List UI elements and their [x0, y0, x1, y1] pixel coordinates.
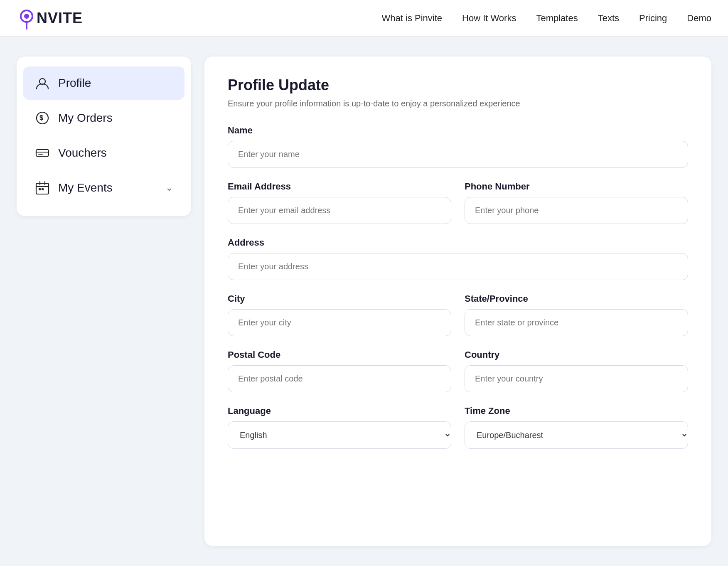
nav-how-it-works[interactable]: How It Works	[462, 13, 516, 24]
postal-label: Postal Code	[228, 349, 451, 360]
page-title: Profile Update	[228, 76, 688, 94]
vouchers-icon	[35, 145, 50, 160]
sidebar-item-vouchers[interactable]: Vouchers	[23, 136, 184, 170]
phone-group: Phone Number	[465, 181, 688, 224]
nav-links: What is Pinvite How It Works Templates T…	[382, 13, 711, 24]
nav-pricing[interactable]: Pricing	[639, 13, 667, 24]
city-label: City	[228, 293, 451, 304]
timezone-label: Time Zone	[465, 406, 688, 416]
language-label: Language	[228, 406, 451, 416]
country-label: Country	[465, 349, 688, 360]
email-label: Email Address	[228, 181, 451, 192]
email-input[interactable]	[228, 197, 451, 224]
language-select[interactable]: English	[228, 421, 451, 449]
events-icon	[35, 180, 50, 195]
postal-input[interactable]	[228, 365, 451, 392]
svg-rect-13	[39, 188, 41, 190]
address-label: Address	[228, 237, 688, 248]
nav-texts[interactable]: Texts	[598, 13, 619, 24]
state-label: State/Province	[465, 293, 688, 304]
svg-rect-6	[36, 150, 49, 156]
svg-text:$: $	[39, 114, 43, 121]
language-group: Language English	[228, 406, 451, 449]
svg-point-1	[24, 14, 29, 19]
language-timezone-row: Language English Time Zone Europe/Buchar…	[228, 406, 688, 449]
sidebar-item-profile[interactable]: Profile	[23, 66, 184, 100]
postal-group: Postal Code	[228, 349, 451, 392]
sidebar-item-events[interactable]: My Events ⌄	[23, 171, 184, 204]
logo[interactable]: NVITE	[17, 7, 83, 30]
events-chevron-icon: ⌄	[165, 182, 173, 193]
city-state-row: City State/Province	[228, 293, 688, 336]
main-container: Profile $ My Orders Vouchers	[0, 37, 728, 566]
profile-icon	[35, 76, 50, 91]
country-input[interactable]	[465, 365, 688, 392]
timezone-group: Time Zone Europe/Bucharest	[465, 406, 688, 449]
sidebar: Profile $ My Orders Vouchers	[17, 57, 191, 216]
navbar: NVITE What is Pinvite How It Works Templ…	[0, 0, 728, 37]
name-label: Name	[228, 125, 688, 136]
nav-what-is-pinvite[interactable]: What is Pinvite	[382, 13, 443, 24]
profile-form: Name Email Address Phone Number Address	[228, 125, 688, 449]
city-group: City	[228, 293, 451, 336]
orders-icon: $	[35, 111, 50, 126]
logo-text: NVITE	[37, 10, 83, 27]
profile-content: Profile Update Ensure your profile infor…	[204, 57, 711, 546]
sidebar-profile-label: Profile	[58, 76, 91, 90]
address-group: Address	[228, 237, 688, 280]
svg-point-3	[39, 79, 45, 84]
state-input[interactable]	[465, 309, 688, 336]
nav-templates[interactable]: Templates	[536, 13, 578, 24]
phone-input[interactable]	[465, 197, 688, 224]
sidebar-orders-label: My Orders	[58, 111, 113, 125]
address-input[interactable]	[228, 253, 688, 280]
email-group: Email Address	[228, 181, 451, 224]
city-input[interactable]	[228, 309, 451, 336]
postal-country-row: Postal Code Country	[228, 349, 688, 392]
name-input[interactable]	[228, 141, 688, 168]
state-group: State/Province	[465, 293, 688, 336]
logo-icon	[17, 7, 37, 30]
sidebar-item-orders[interactable]: $ My Orders	[23, 101, 184, 135]
sidebar-vouchers-label: Vouchers	[58, 146, 107, 160]
email-phone-row: Email Address Phone Number	[228, 181, 688, 224]
sidebar-events-label: My Events	[58, 181, 113, 194]
timezone-select[interactable]: Europe/Bucharest	[465, 421, 688, 449]
svg-rect-14	[42, 188, 44, 190]
name-group: Name	[228, 125, 688, 168]
nav-demo[interactable]: Demo	[687, 13, 711, 24]
page-subtitle: Ensure your profile information is up-to…	[228, 99, 688, 108]
phone-label: Phone Number	[465, 181, 688, 192]
country-group: Country	[465, 349, 688, 392]
